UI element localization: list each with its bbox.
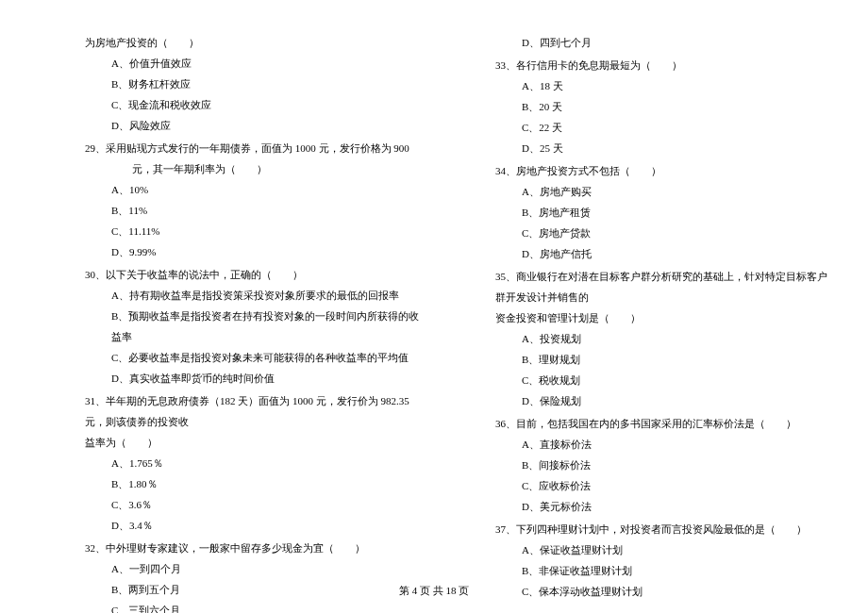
- q28-option-a: A、价值升值效应: [111, 53, 420, 74]
- q37-stem: 37、下列四种理财计划中，对投资者而言投资风险最低的是（ ）: [495, 519, 830, 539]
- q37-option-b: B、非保证收益理财计划: [522, 560, 830, 581]
- q33-option-d: D、25 天: [522, 138, 830, 158]
- q29-option-a: A、10%: [111, 179, 420, 200]
- q33-option-b: B、20 天: [522, 96, 830, 117]
- q35-option-b: B、理财规划: [522, 349, 830, 370]
- q31: 31、半年期的无息政府债券（182 天）面值为 1000 元，发行价为 982.…: [38, 390, 420, 536]
- q34-option-a: A、房地产购买: [522, 181, 830, 202]
- q35-option-d: D、保险规划: [522, 390, 830, 411]
- q29-option-b: B、11%: [111, 200, 420, 221]
- right-column: D、四到七个月 33、各行信用卡的免息期最短为（ ） A、18 天 B、20 天…: [448, 32, 830, 613]
- q28-option-c: C、现金流和税收效应: [111, 94, 420, 115]
- q31-option-c: C、3.6％: [111, 494, 420, 515]
- q33-stem: 33、各行信用卡的免息期最短为（ ）: [495, 55, 830, 75]
- q28-option-b: B、财务杠杆效应: [111, 74, 420, 94]
- q34: 34、房地产投资方式不包括（ ） A、房地产购买 B、房地产租赁 C、房地产贷款…: [448, 160, 830, 264]
- q31-stem-line1: 31、半年期的无息政府债券（182 天）面值为 1000 元，发行价为 982.…: [85, 390, 420, 432]
- q32-option-d: D、四到七个月: [522, 32, 830, 53]
- q34-option-b: B、房地产租赁: [522, 202, 830, 223]
- q36-option-a: A、直接标价法: [522, 434, 830, 455]
- q36-option-b: B、间接标价法: [522, 455, 830, 475]
- q36-option-c: C、应收标价法: [522, 475, 830, 496]
- left-column: 为房地产投资的（ ） A、价值升值效应 B、财务杠杆效应 C、现金流和税收效应 …: [38, 32, 420, 613]
- q32-option-c: C、三到六个月: [111, 600, 420, 613]
- q34-option-d: D、房地产信托: [522, 243, 830, 264]
- q32-option-a: A、一到四个月: [111, 558, 420, 579]
- q32: 32、中外理财专家建议，一般家中留存多少现金为宜（ ） A、一到四个月 B、两到…: [38, 538, 420, 613]
- q35: 35、商业银行在对潜在目标客户群分析研究的基础上，针对特定目标客户群开发设计并销…: [448, 266, 830, 411]
- q33: 33、各行信用卡的免息期最短为（ ） A、18 天 B、20 天 C、22 天 …: [448, 55, 830, 158]
- q34-option-c: C、房地产贷款: [522, 223, 830, 243]
- q35-option-a: A、投资规划: [522, 328, 830, 349]
- q29-stem: 29、采用贴现方式发行的一年期债券，面值为 1000 元，发行价格为 900 元…: [85, 138, 420, 179]
- q35-option-c: C、税收规划: [522, 370, 830, 390]
- q33-option-a: A、18 天: [522, 75, 830, 96]
- q36-stem: 36、目前，包括我国在内的多书国家采用的汇率标价法是（ ）: [495, 413, 830, 434]
- q35-stem-line1: 35、商业银行在对潜在目标客户群分析研究的基础上，针对特定目标客户群开发设计并销…: [495, 266, 830, 307]
- page-content: 为房地产投资的（ ） A、价值升值效应 B、财务杠杆效应 C、现金流和税收效应 …: [0, 0, 868, 613]
- q29-option-d: D、9.99%: [111, 241, 420, 262]
- q29-option-c: C、11.11%: [111, 221, 420, 241]
- q28-option-d: D、风险效应: [111, 115, 420, 136]
- q30: 30、以下关于收益率的说法中，正确的（ ） A、持有期收益率是指投资策采投资对象…: [38, 264, 420, 389]
- q32-stem: 32、中外理财专家建议，一般家中留存多少现金为宜（ ）: [85, 538, 420, 558]
- page-footer: 第 4 页 共 18 页: [0, 584, 868, 598]
- q36: 36、目前，包括我国在内的多书国家采用的汇率标价法是（ ） A、直接标价法 B、…: [448, 413, 830, 517]
- q30-option-a: A、持有期收益率是指投资策采投资对象所要求的最低的回报率: [111, 285, 420, 306]
- q34-stem: 34、房地产投资方式不包括（ ）: [495, 160, 830, 181]
- q35-stem-line2: 资金投资和管理计划是（ ）: [495, 307, 830, 328]
- q31-option-a: A、1.765％: [111, 453, 420, 473]
- q31-stem-line2: 益率为（ ）: [85, 432, 420, 453]
- q31-option-d: D、3.4％: [111, 515, 420, 536]
- q30-option-d: D、真实收益率即货币的纯时间价值: [111, 368, 420, 389]
- q30-stem: 30、以下关于收益率的说法中，正确的（ ）: [85, 264, 420, 285]
- q37-option-a: A、保证收益理财计划: [522, 539, 830, 560]
- q28-fragment-stem: 为房地产投资的（ ）: [85, 32, 420, 53]
- q33-option-c: C、22 天: [522, 117, 830, 138]
- q36-option-d: D、美元标价法: [522, 496, 830, 517]
- q31-option-b: B、1.80％: [111, 473, 420, 494]
- q30-option-b: B、预期收益率是指投资者在持有投资对象的一段时间内所获得的收益率: [111, 306, 420, 347]
- q30-option-c: C、必要收益率是指投资对象未来可能获得的各种收益率的平均值: [111, 347, 420, 368]
- q29: 29、采用贴现方式发行的一年期债券，面值为 1000 元，发行价格为 900 元…: [38, 138, 420, 262]
